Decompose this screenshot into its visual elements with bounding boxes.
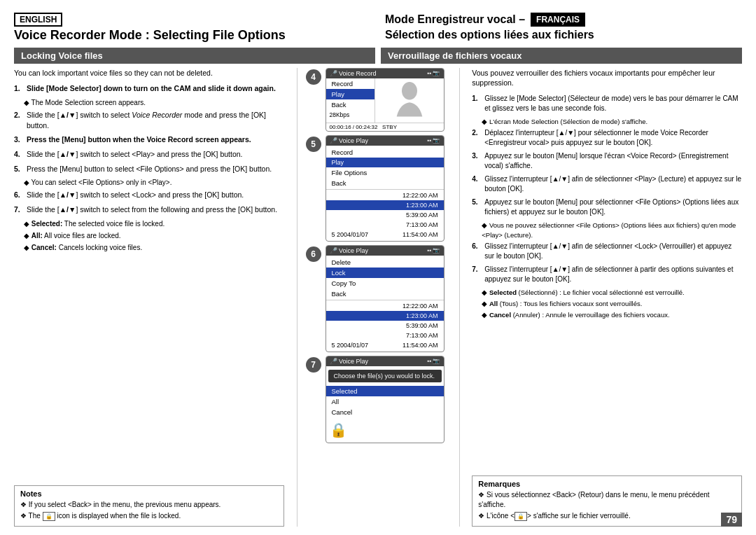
fr-step-num-6: 6.: [472, 242, 482, 261]
fr-step-num-4: 4.: [472, 174, 482, 194]
time-row-5-5: 5 2004/01/0711:54:00 AM: [326, 230, 444, 239]
screen-title-4: 🎤 Voice Record ▪▪ 📷: [326, 69, 444, 78]
screen7-body: Choose the file(s) you would to lock. Se…: [326, 366, 444, 443]
lang-badge-en: ENGLISH: [14, 13, 62, 27]
fr-bullet-1-1: L'écran Mode Selection (Sélection de mod…: [482, 117, 742, 126]
fr-title-line2: Sélection des options liées aux fichiers: [385, 28, 742, 41]
notes-item-1: If you select <Back> in the menu, the pr…: [20, 500, 278, 510]
vertical-divider-2: [459, 68, 460, 527]
step-content-3: Press the [Menu] button when the Voice R…: [27, 134, 251, 145]
fr-step-content-4: Glissez l'interrupteur [▲/▼] afin de sél…: [484, 174, 742, 194]
step-en-3: 3. Press the [Menu] button when the Voic…: [14, 134, 284, 145]
screen4-kbps: 28Kbps: [326, 110, 374, 120]
menu-play-5: Play: [326, 158, 444, 167]
menu-back-6: Back: [326, 289, 444, 299]
header-right: Mode Enregistreur vocal – FRANÇAIS Sélec…: [378, 13, 742, 41]
step-num-2: 2.: [14, 110, 24, 130]
fr-step-content-1: Glissez le [Mode Selector] (Sélecteur de…: [484, 94, 742, 113]
remarques-box: Remarques Si vous sélectionnez <Back> (R…: [472, 475, 742, 527]
fr-step-content-7: Glissez l'interrupteur [▲/▼] afin de sél…: [484, 265, 742, 284]
step-num-7: 7.: [14, 204, 24, 215]
time-row-6-3: 5:39:00 AM: [326, 321, 444, 331]
step-en-1: 1. Slide [Mode Selector] down to turn on…: [14, 83, 284, 94]
step-circle-7: 7: [306, 357, 321, 373]
step-num-5: 5.: [14, 164, 24, 174]
fr-step-2: 2. Déplacez l'interrupteur [▲/▼] pour sé…: [472, 128, 742, 148]
screen4-time: 00:00:16 / 00:24:32 STBY: [326, 123, 444, 131]
screen4-face: [375, 78, 444, 123]
bullet-5-1: You can select <File Options> only in <P…: [24, 178, 284, 188]
time-row-5-1: 12:22:00 AM: [326, 190, 444, 200]
time-row-5-2: 1:23:00 AM: [326, 200, 444, 210]
step-en-2: 2. Slide the [▲/▼] switch to select Voic…: [14, 110, 284, 130]
vertical-divider: [297, 68, 298, 527]
menu-record-5: Record: [326, 147, 444, 158]
remarques-item-2: L'icône <🔒> s'affiche sur le fichier ver…: [478, 511, 736, 521]
step-num-4: 4.: [14, 149, 24, 160]
bullet-7-2: All: All voice files are locked.: [24, 231, 284, 241]
fr-step-5: 5. Appuyez sur le bouton [Menu] pour sél…: [472, 197, 742, 217]
screen7-prompt: Choose the file(s) you would to lock.: [328, 370, 442, 382]
time-row-6-1: 12:22:00 AM: [326, 301, 444, 311]
fr-bullet-7-1: Selected (Sélectionné) : Le fichier voca…: [482, 288, 742, 297]
page-number: 79: [721, 513, 742, 527]
main-content: You can lock important voice files so th…: [14, 68, 742, 527]
screen-row-5: 5 🎤 Voice Play ▪▪ 📷 Record Play File Opt…: [306, 135, 451, 242]
fr-step-num-5: 5.: [472, 197, 482, 217]
menu-play-4: Play: [326, 89, 374, 99]
screen-row-7: 7 🎤 Voice Play ▪▪ 📷 Choose the file(s) y…: [306, 356, 451, 443]
menu-copyto-6: Copy To: [326, 278, 444, 289]
device-screen-5: 🎤 Voice Play ▪▪ 📷 Record Play File Optio…: [326, 135, 444, 242]
notes-item-2: The 🔒 icon is displayed when the file is…: [20, 511, 278, 521]
face-svg: [392, 81, 427, 120]
step-circle-6: 6: [306, 246, 321, 262]
fr-step-7: 7. Glissez l'interrupteur [▲/▼] afin de …: [472, 265, 742, 284]
time-row-5-4: 7:13:00 AM: [326, 220, 444, 230]
menu-selected-7: Selected: [326, 386, 444, 396]
lock-icon-area: 🔒: [326, 419, 444, 441]
step-circle-4: 4: [306, 69, 321, 85]
fr-step-3: 3. Appuyez sur le bouton [Menu] lorsque …: [472, 151, 742, 171]
screen4-menu: Record Play Back 28Kbps: [326, 78, 375, 123]
step-circle-5: 5: [306, 137, 321, 152]
menu-record-4: Record: [326, 78, 374, 89]
fr-header-top: Mode Enregistreur vocal – FRANÇAIS: [385, 13, 742, 28]
fr-step-content-5: Appuyez sur le bouton [Menu] pour sélect…: [484, 197, 742, 217]
time-row-6-5: 5 2004/01/0711:54:00 AM: [326, 340, 444, 350]
remarques-title: Remarques: [478, 480, 736, 488]
fr-title-line1: Mode Enregistreur vocal –: [385, 13, 525, 26]
step-num-6: 6.: [14, 190, 24, 200]
menu-fileoptions-5: File Options: [326, 167, 444, 178]
bullet-7-1: Selected: The selected voice file is loc…: [24, 219, 284, 229]
menu-back-4: Back: [326, 99, 374, 110]
screen4-body: Record Play Back 28Kbps: [326, 78, 444, 123]
time-row-5-3: 5:39:00 AM: [326, 210, 444, 220]
device-screen-4: 🎤 Voice Record ▪▪ 📷 Record Play Back 28K…: [326, 68, 444, 132]
fr-step-num-7: 7.: [472, 265, 482, 284]
screen7-options: Selected All Cancel: [326, 384, 444, 419]
step-content-6: Slide the [▲/▼] switch to select <Lock> …: [27, 190, 244, 200]
header-left: ENGLISH Voice Recorder Mode : Selecting …: [14, 13, 378, 43]
step-num-3: 3.: [14, 134, 24, 145]
step-content-4: Slide the [▲/▼] switch to select <Play> …: [27, 149, 243, 160]
steps-en: 1. Slide [Mode Selector] down to turn on…: [14, 83, 284, 481]
screen-title-6: 🎤 Voice Play ▪▪ 📷: [326, 246, 444, 256]
bullet-1-1: The Mode Selection screen appears.: [24, 98, 284, 108]
step-en-5: 5. Press the [Menu] button to select <Fi…: [14, 164, 284, 174]
menu-cancel-7: Cancel: [326, 407, 444, 417]
step-en-4: 4. Slide the [▲/▼] switch to select <Pla…: [14, 149, 284, 160]
screen-title-7: 🎤 Voice Play ▪▪ 📷: [326, 356, 444, 366]
step-en-6: 6. Slide the [▲/▼] switch to select <Loc…: [14, 190, 284, 200]
fr-bullet-7-3: Cancel (Annuler) : Annule le verrouillag…: [482, 310, 742, 319]
notes-title: Notes: [20, 489, 278, 498]
main-title-en: Voice Recorder Mode : Selecting File Opt…: [14, 28, 378, 43]
step-content-1: Slide [Mode Selector] down to turn on th…: [27, 83, 276, 94]
left-column: You can lock important voice files so th…: [14, 68, 291, 527]
intro-en: You can lock important voice files so th…: [14, 68, 284, 78]
screen-row-6: 6 🎤 Voice Play ▪▪ 📷 Delete Lock Copy To …: [306, 245, 451, 352]
menu-back-5: Back: [326, 178, 444, 188]
fr-step-num-2: 2.: [472, 128, 482, 148]
menu-lock-6: Lock: [326, 268, 444, 278]
fr-step-content-2: Déplacez l'interrupteur [▲/▼] pour sélec…: [484, 128, 742, 148]
fr-step-num-3: 3.: [472, 151, 482, 171]
